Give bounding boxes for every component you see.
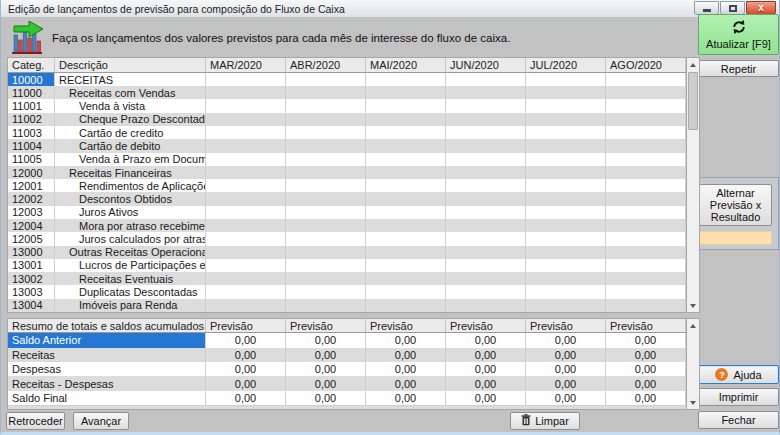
cell-summary-value[interactable]: 0,00	[606, 362, 686, 376]
cell-month-value[interactable]	[526, 179, 606, 192]
table-row[interactable]: 13001Lucros de Participações em...	[8, 259, 686, 272]
cell-month-value[interactable]	[526, 232, 606, 245]
cell-categ[interactable]: 12002	[8, 192, 55, 205]
cell-month-value[interactable]	[366, 246, 446, 259]
cell-month-value[interactable]	[286, 166, 366, 179]
cell-summary-value[interactable]: 0,00	[526, 348, 606, 362]
cell-summary-value[interactable]: 0,00	[446, 362, 526, 376]
cell-month-value[interactable]	[286, 139, 366, 152]
cell-month-value[interactable]	[446, 259, 526, 272]
cell-month-value[interactable]	[286, 153, 366, 166]
cell-month-value[interactable]	[286, 206, 366, 219]
cell-descricao[interactable]: Lucros de Participações em...	[55, 259, 206, 272]
cell-month-value[interactable]	[366, 206, 446, 219]
cell-descricao[interactable]: Descontos Obtidos	[55, 192, 206, 205]
ajuda-button[interactable]: ? Ajuda	[698, 365, 779, 384]
cell-month-value[interactable]	[206, 259, 286, 272]
cell-summary-label[interactable]: Receitas - Despesas	[8, 376, 206, 390]
cell-summary-value[interactable]: 0,00	[206, 391, 286, 405]
limpar-button[interactable]: Limpar	[510, 412, 580, 430]
alternar-button[interactable]: Alternar Previsão x Resultado	[699, 184, 772, 226]
cell-month-value[interactable]	[206, 179, 286, 192]
table-row[interactable]: 12000Receitas Financeiras	[8, 166, 686, 179]
cell-month-value[interactable]	[286, 192, 366, 205]
summary-row[interactable]: Saldo Anterior0,000,000,000,000,000,00	[8, 333, 686, 347]
cell-month-value[interactable]	[206, 192, 286, 205]
cell-month-value[interactable]	[446, 73, 526, 86]
cell-month-value[interactable]	[366, 153, 446, 166]
cell-month-value[interactable]	[446, 272, 526, 285]
summary-row[interactable]: Receitas - Despesas0,000,000,000,000,000…	[8, 376, 686, 390]
atualizar-button[interactable]: Atualizar [F9]	[698, 14, 779, 55]
cell-summary-value[interactable]: 0,00	[286, 362, 366, 376]
cell-categ[interactable]: 13003	[8, 285, 55, 298]
cell-month-value[interactable]	[446, 192, 526, 205]
cell-categ[interactable]: 11002	[8, 113, 55, 126]
cell-month-value[interactable]	[446, 113, 526, 126]
cell-summary-value[interactable]: 0,00	[606, 348, 686, 362]
cell-summary-value[interactable]: 0,00	[526, 391, 606, 405]
cell-month-value[interactable]	[286, 299, 366, 312]
cell-month-value[interactable]	[366, 99, 446, 112]
cell-month-value[interactable]	[286, 259, 366, 272]
cell-categ[interactable]: 11005	[8, 153, 55, 166]
cell-month-value[interactable]	[446, 153, 526, 166]
cell-month-value[interactable]	[206, 246, 286, 259]
cell-month-value[interactable]	[446, 219, 526, 232]
cell-summary-value[interactable]: 0,00	[206, 348, 286, 362]
cell-summary-value[interactable]: 0,00	[526, 376, 606, 390]
cell-month-value[interactable]	[526, 206, 606, 219]
cell-month-value[interactable]	[366, 272, 446, 285]
summary-row[interactable]: Saldo Final0,000,000,000,000,000,00	[8, 391, 686, 405]
cell-month-value[interactable]	[606, 99, 686, 112]
cell-month-value[interactable]	[366, 259, 446, 272]
cell-month-value[interactable]	[206, 206, 286, 219]
cell-summary-value[interactable]: 0,00	[206, 376, 286, 390]
cell-month-value[interactable]	[606, 259, 686, 272]
cell-month-value[interactable]	[206, 73, 286, 86]
cell-month-value[interactable]	[366, 126, 446, 139]
cell-categ[interactable]: 10000	[8, 73, 55, 86]
cell-month-value[interactable]	[366, 232, 446, 245]
cell-summary-value[interactable]: 0,00	[286, 376, 366, 390]
cell-month-value[interactable]	[606, 179, 686, 192]
scroll-up-icon[interactable]	[687, 58, 699, 71]
cell-summary-value[interactable]: 0,00	[366, 391, 446, 405]
cell-month-value[interactable]	[526, 285, 606, 298]
cell-month-value[interactable]	[526, 219, 606, 232]
cell-descricao[interactable]: Venda à Prazo em Docume...	[55, 153, 206, 166]
cell-month-value[interactable]	[606, 299, 686, 312]
cell-month-value[interactable]	[206, 272, 286, 285]
cell-categ[interactable]: 11000	[8, 86, 55, 99]
cell-month-value[interactable]	[206, 232, 286, 245]
cell-month-value[interactable]	[206, 86, 286, 99]
cell-categ[interactable]: 13000	[8, 246, 55, 259]
cell-descricao[interactable]: Cheque Prazo Descontado	[55, 113, 206, 126]
imprimir-button[interactable]: Imprimir	[698, 388, 779, 406]
cell-summary-value[interactable]: 0,00	[446, 348, 526, 362]
cell-month-value[interactable]	[446, 232, 526, 245]
cell-month-value[interactable]	[526, 153, 606, 166]
cell-descricao[interactable]: Mora por atraso recebimento	[55, 219, 206, 232]
cell-month-value[interactable]	[366, 139, 446, 152]
cell-month-value[interactable]	[366, 113, 446, 126]
cell-categ[interactable]: 12003	[8, 206, 55, 219]
cell-month-value[interactable]	[286, 179, 366, 192]
cell-summary-label[interactable]: Saldo Anterior	[8, 333, 206, 347]
cell-month-value[interactable]	[606, 272, 686, 285]
cell-summary-value[interactable]: 0,00	[606, 376, 686, 390]
cell-categ[interactable]: 13002	[8, 272, 55, 285]
cell-summary-value[interactable]: 0,00	[286, 391, 366, 405]
cell-month-value[interactable]	[206, 113, 286, 126]
cell-month-value[interactable]	[366, 219, 446, 232]
scroll-up-icon[interactable]	[687, 319, 699, 332]
cell-summary-value[interactable]: 0,00	[366, 362, 446, 376]
cell-descricao[interactable]: Venda à vista	[55, 99, 206, 112]
summary-row[interactable]: Despesas0,000,000,000,000,000,00	[8, 362, 686, 376]
table-row[interactable]: 12003Juros Ativos	[8, 206, 686, 219]
cell-categ[interactable]: 11004	[8, 139, 55, 152]
cell-descricao[interactable]: Cartão de credito	[55, 126, 206, 139]
cell-categ[interactable]: 13001	[8, 259, 55, 272]
cell-summary-value[interactable]: 0,00	[286, 348, 366, 362]
cell-month-value[interactable]	[526, 86, 606, 99]
